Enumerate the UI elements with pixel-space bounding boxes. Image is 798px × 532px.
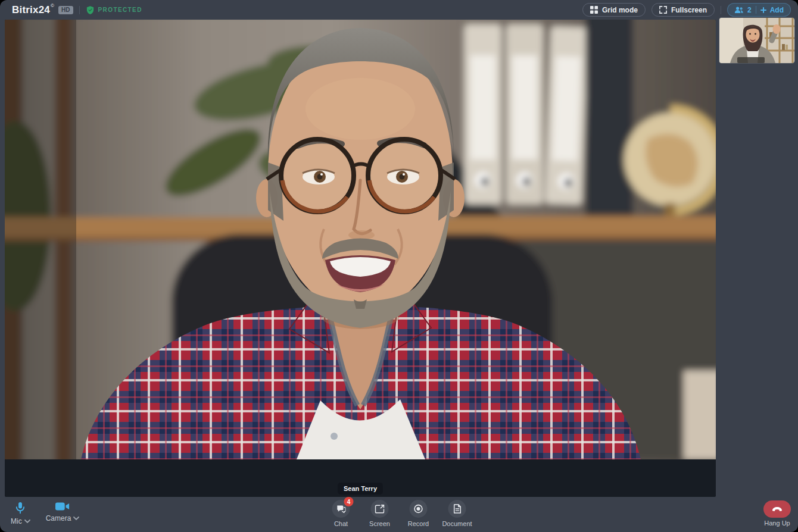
call-actions: 4 Chat Screen Record	[326, 500, 473, 527]
chat-button[interactable]: 4 Chat	[326, 500, 357, 527]
participants-pill: 2 Add	[727, 3, 791, 17]
hangup-label: Hang Up	[764, 520, 790, 527]
self-view-thumbnail[interactable]	[719, 18, 794, 63]
plus-icon	[760, 7, 766, 13]
document-icon	[453, 504, 461, 514]
participants-count: 2	[747, 6, 752, 14]
thumbnail-image	[719, 18, 794, 63]
participants-button[interactable]: 2	[734, 6, 752, 14]
hangup-icon	[771, 506, 783, 512]
speaker-name-tag: Sean Terry	[338, 483, 383, 495]
mic-label: Mic	[11, 517, 22, 525]
app-window: Bitrix24© HD PROTECTED Grid mode Fullscr…	[0, 0, 798, 532]
hd-badge: HD	[58, 6, 73, 14]
record-button[interactable]: Record	[403, 500, 434, 527]
camera-label: Camera	[46, 514, 71, 522]
chat-badge: 4	[344, 497, 354, 506]
chevron-down-icon[interactable]	[24, 520, 30, 523]
grid-mode-button[interactable]: Grid mode	[582, 3, 646, 17]
screen-share-icon	[375, 505, 385, 514]
fullscreen-icon	[659, 6, 667, 14]
fullscreen-label: Fullscreen	[671, 6, 707, 14]
topbar-divider	[79, 6, 80, 14]
bottom-bar: Mic Camera	[0, 497, 798, 532]
mic-icon	[15, 502, 25, 514]
main-video-image	[5, 20, 716, 459]
mic-button[interactable]: Mic	[8, 500, 33, 527]
grid-mode-label: Grid mode	[602, 6, 638, 14]
add-label: Add	[770, 6, 784, 14]
chat-icon	[336, 505, 346, 513]
screen-label: Screen	[369, 520, 390, 527]
bitrix-logo: Bitrix24©	[12, 0, 54, 20]
chat-label: Chat	[334, 520, 348, 527]
document-button[interactable]: Document	[442, 500, 473, 527]
grid-icon	[590, 6, 598, 14]
topbar-right: Grid mode Fullscreen 2	[582, 3, 791, 17]
logo-trademark: ©	[51, 0, 54, 12]
device-controls: Mic Camera	[8, 500, 82, 527]
fullscreen-button[interactable]: Fullscreen	[652, 3, 715, 17]
document-label: Document	[442, 520, 472, 527]
main-video-tile: Sean Terry	[5, 20, 716, 497]
chevron-down-icon[interactable]	[73, 517, 79, 520]
camera-button[interactable]: Camera	[43, 500, 82, 527]
add-user-button[interactable]: Add	[760, 6, 784, 14]
screen-button[interactable]: Screen	[364, 500, 395, 527]
camera-icon	[55, 502, 70, 511]
hangup-button[interactable]: Hang Up	[763, 500, 791, 527]
record-label: Record	[408, 520, 429, 527]
logo-text: Bitrix24	[12, 0, 50, 20]
people-icon	[734, 6, 744, 14]
top-bar: Bitrix24© HD PROTECTED Grid mode Fullscr…	[0, 0, 798, 20]
record-icon	[414, 504, 423, 514]
protected-label: PROTECTED	[98, 7, 142, 13]
shield-icon	[86, 5, 95, 15]
pill-divider	[756, 6, 756, 14]
topbar-divider-2	[721, 6, 721, 14]
protected-badge: PROTECTED	[86, 5, 142, 15]
